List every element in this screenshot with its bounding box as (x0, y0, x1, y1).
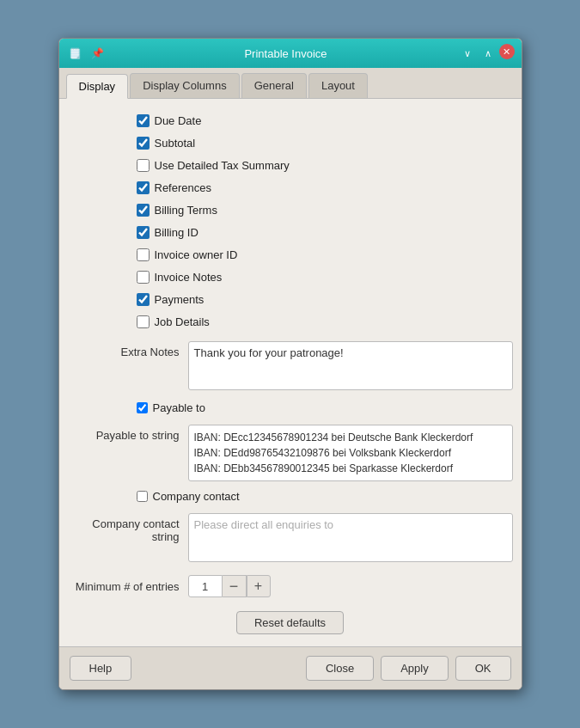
company-contact-string-textarea[interactable] (188, 513, 513, 562)
checkbox-row-references: References (137, 178, 513, 197)
payable-to-string-row: Payable to string IBAN: DEcc123456789012… (68, 425, 513, 481)
window-controls: ∨ ∧ ✕ (458, 44, 515, 63)
stepper-input-box: 1 (188, 575, 223, 597)
increment-button[interactable]: + (247, 575, 271, 597)
checkbox-subtotal[interactable] (137, 137, 150, 150)
checkbox-row-job-details: Job Details (137, 312, 513, 331)
company-contact-row: Company contact (137, 490, 513, 503)
tab-layout[interactable]: Layout (308, 73, 368, 98)
tab-display[interactable]: Display (66, 74, 129, 99)
checkboxes-section: Due Date Subtotal Use Detailed Tax Summa… (137, 111, 513, 331)
decrement-button[interactable]: − (223, 575, 247, 597)
extra-notes-textarea[interactable]: Thank you for your patronage! (188, 341, 513, 390)
checkbox-label-payments: Payments (155, 293, 205, 306)
app-icon: 🗒️ (66, 44, 85, 63)
window-title: Printable Invoice (114, 47, 458, 60)
maximize-button[interactable]: ∧ (479, 44, 498, 63)
checkbox-row-payments: Payments (137, 290, 513, 309)
company-contact-string-label: Company contact string (68, 513, 188, 543)
checkbox-label-billing-terms: Billing Terms (155, 204, 217, 217)
checkbox-company-contact[interactable] (137, 491, 148, 502)
min-entries-label: Minimum # of entries (68, 580, 188, 593)
tab-display-columns[interactable]: Display Columns (130, 73, 240, 98)
payable-to-string-label: Payable to string (68, 425, 188, 442)
extra-notes-label: Extra Notes (68, 341, 188, 358)
extra-notes-field: Thank you for your patronage! (188, 341, 513, 393)
checkbox-payable-to[interactable] (137, 402, 148, 413)
footer-left: Help (70, 656, 132, 681)
help-button[interactable]: Help (70, 656, 132, 681)
checkbox-invoice-owner-id[interactable] (137, 248, 150, 261)
checkbox-job-details[interactable] (137, 315, 150, 328)
reset-row: Reset defaults (68, 611, 513, 634)
company-contact-label: Company contact (153, 490, 240, 503)
checkbox-due-date[interactable] (137, 114, 150, 127)
pin-icon: 📌 (89, 44, 107, 63)
tab-general[interactable]: General (241, 73, 307, 98)
min-entries-row: Minimum # of entries 1 − + (68, 575, 513, 597)
reset-defaults-button[interactable]: Reset defaults (236, 611, 344, 634)
checkbox-billing-id[interactable] (137, 226, 150, 239)
company-contact-string-row: Company contact string (68, 513, 513, 565)
close-footer-button[interactable]: Close (306, 656, 374, 681)
checkbox-row-invoice-owner-id: Invoice owner ID (137, 245, 513, 264)
apply-button[interactable]: Apply (381, 656, 449, 681)
checkbox-row-tax: Use Detailed Tax Summary (137, 156, 513, 174)
checkbox-label-job-details: Job Details (155, 315, 210, 328)
checkbox-label-subtotal: Subtotal (155, 137, 196, 150)
checkbox-row-invoice-notes: Invoice Notes (137, 267, 513, 286)
checkbox-label-references: References (155, 181, 211, 194)
checkbox-invoice-notes[interactable] (137, 271, 150, 284)
titlebar-app-icons: 🗒️ 📌 (66, 44, 107, 63)
titlebar: 🗒️ 📌 Printable Invoice ∨ ∧ ✕ (59, 39, 522, 68)
checkbox-row-billing-terms: Billing Terms (137, 200, 513, 219)
extra-notes-row: Extra Notes Thank you for your patronage… (68, 341, 513, 393)
checkbox-label-tax: Use Detailed Tax Summary (155, 159, 290, 172)
company-contact-string-field (188, 513, 513, 565)
payable-to-label: Payable to (153, 401, 205, 414)
ok-button[interactable]: OK (455, 656, 511, 681)
tab-bar: Display Display Columns General Layout (59, 68, 522, 99)
checkbox-tax[interactable] (137, 159, 150, 172)
footer: Help Close Apply OK (59, 646, 522, 689)
payable-to-string-field: IBAN: DEcc12345678901234 bei Deutsche Ba… (188, 425, 513, 481)
payable-to-row: Payable to (137, 401, 513, 414)
content-area: Due Date Subtotal Use Detailed Tax Summa… (59, 99, 522, 646)
main-window: 🗒️ 📌 Printable Invoice ∨ ∧ ✕ Display Dis… (58, 38, 522, 690)
checkbox-references[interactable] (137, 181, 150, 194)
checkbox-row-subtotal: Subtotal (137, 133, 513, 152)
checkbox-label-billing-id: Billing ID (155, 226, 198, 239)
checkbox-billing-terms[interactable] (137, 204, 150, 217)
minimize-button[interactable]: ∨ (458, 44, 477, 63)
checkbox-row-due-date: Due Date (137, 111, 513, 130)
close-button[interactable]: ✕ (499, 44, 515, 59)
footer-right: Close Apply OK (306, 656, 511, 681)
stepper: 1 − + (188, 575, 271, 597)
payable-to-string-value: IBAN: DEcc12345678901234 bei Deutsche Ba… (188, 425, 513, 481)
stepper-value: 1 (202, 580, 208, 593)
checkbox-label-invoice-owner-id: Invoice owner ID (155, 248, 238, 261)
checkbox-payments[interactable] (137, 293, 150, 306)
checkbox-row-billing-id: Billing ID (137, 223, 513, 242)
checkbox-label-due-date: Due Date (155, 114, 202, 127)
checkbox-label-invoice-notes: Invoice Notes (155, 271, 223, 284)
